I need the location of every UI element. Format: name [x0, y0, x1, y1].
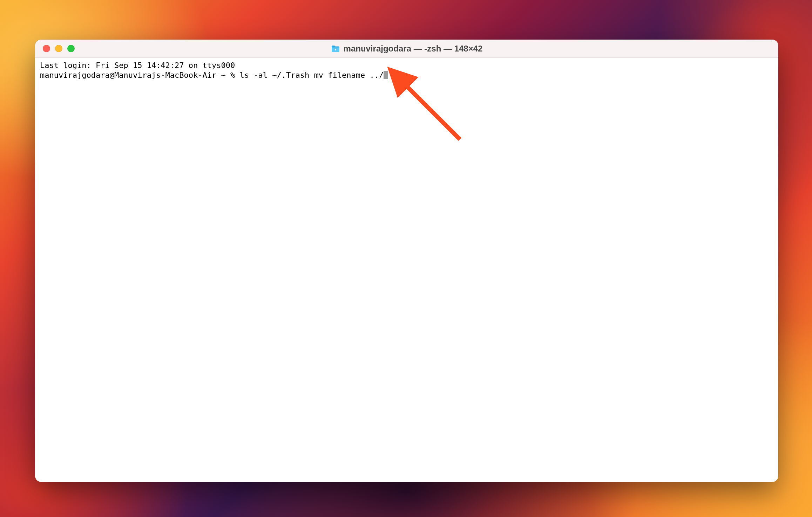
window-title: manuvirajgodara — -zsh — 148×42 — [344, 44, 483, 54]
window-title-group: manuvirajgodara — -zsh — 148×42 — [35, 44, 778, 54]
close-button[interactable] — [43, 45, 50, 52]
prompt-line: manuvirajgodara@Manuvirajs-MacBook-Air ~… — [40, 70, 773, 80]
terminal-window: manuvirajgodara — -zsh — 148×42 Last log… — [35, 40, 778, 482]
last-login-line: Last login: Fri Sep 15 14:42:27 on ttys0… — [40, 61, 773, 70]
terminal-output[interactable]: Last login: Fri Sep 15 14:42:27 on ttys0… — [35, 58, 778, 482]
folder-icon — [331, 45, 340, 53]
window-titlebar[interactable]: manuvirajgodara — -zsh — 148×42 — [35, 40, 778, 58]
maximize-button[interactable] — [67, 45, 75, 52]
text-cursor — [384, 71, 388, 79]
minimize-button[interactable] — [55, 45, 62, 52]
typed-command: ls -al ~/.Trash mv filename ../ — [240, 71, 384, 80]
svg-rect-0 — [335, 49, 336, 50]
traffic-lights — [35, 45, 75, 52]
shell-prompt: manuvirajgodara@Manuvirajs-MacBook-Air ~… — [40, 71, 240, 80]
